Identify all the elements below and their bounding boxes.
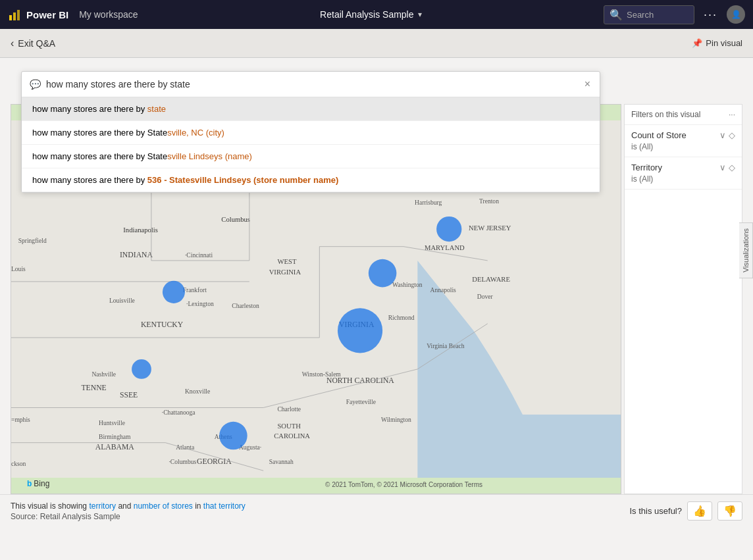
svg-text:Charlotte: Charlotte — [277, 405, 301, 413]
status-useful-area: Is this useful? 👍 👎 — [630, 501, 743, 521]
autocomplete-prefix-0: how many stores are there by — [32, 104, 147, 114]
status-text-part2: and — [116, 501, 134, 511]
svg-text:Nashville: Nashville — [91, 370, 116, 378]
filters-more-icon[interactable]: ··· — [729, 110, 735, 119]
svg-text:Annapolis: Annapolis — [430, 286, 456, 293]
svg-rect-2 — [17, 10, 20, 20]
report-title: Retail Analysis Sample — [320, 9, 413, 20]
visualizations-tab[interactable]: Visualizations — [739, 222, 753, 278]
report-title-chevron[interactable]: ▾ — [418, 10, 422, 19]
svg-text:ALABAMA: ALABAMA — [95, 443, 135, 451]
filter-item-count-store: Count of Store ∨ ◇ is (All) — [625, 125, 742, 157]
qa-input-row: 💬 × — [22, 72, 600, 97]
svg-text:CAROLINA: CAROLINA — [274, 432, 310, 440]
filter-count-store-chevron[interactable]: ∨ — [719, 130, 726, 140]
qa-search-input[interactable] — [46, 79, 578, 89]
svg-text:Wilmington: Wilmington — [381, 416, 411, 423]
status-that-link: that territory — [203, 501, 246, 511]
autocomplete-prefix-3: how many stores are there by — [32, 175, 147, 185]
svg-text:ckson: ckson — [11, 460, 26, 467]
filters-panel: Filters on this visual ··· Count of Stor… — [624, 104, 742, 494]
pin-visual-label: Pin visual — [706, 38, 742, 48]
svg-text:Dover: Dover — [477, 293, 494, 301]
autocomplete-item-1[interactable]: how many stores are there by Statesville… — [22, 121, 600, 145]
autocomplete-item-2[interactable]: how many stores are there by Statesville… — [22, 145, 600, 168]
more-options-button[interactable]: ··· — [700, 5, 721, 24]
filter-territory-clear[interactable]: ◇ — [729, 163, 735, 172]
svg-text:Charleston: Charleston — [232, 302, 259, 309]
svg-text:Birmingham: Birmingham — [99, 433, 131, 440]
qa-bar: ‹ Exit Q&A 📌 Pin visual — [0, 29, 753, 58]
svg-text:Trenton: Trenton — [479, 197, 499, 205]
top-navigation: Power BI My workspace Retail Analysis Sa… — [0, 0, 753, 29]
svg-text:Columbus: Columbus — [221, 216, 250, 223]
bubble-2 — [436, 216, 461, 242]
map-copyright: © 2021 TomTom, © 2021 Microsoft Corporat… — [325, 481, 482, 488]
thumbs-up-button[interactable]: 👍 — [687, 501, 712, 521]
bing-icon: b — [27, 479, 32, 488]
bing-logo: b Bing — [27, 479, 49, 488]
svg-text:·Lexington: ·Lexington — [186, 300, 214, 307]
autocomplete-item-3[interactable]: how many stores are there by 536 - State… — [22, 168, 600, 192]
svg-text:KENTUCKY: KENTUCKY — [141, 320, 184, 329]
thumbs-down-button[interactable]: 👎 — [717, 501, 742, 521]
svg-text:NEW JERSEY: NEW JERSEY — [469, 224, 511, 232]
filters-panel-header: Filters on this visual ··· — [625, 105, 742, 125]
filter-territory-sub: is (All) — [631, 174, 735, 184]
svg-text:Springfield: Springfield — [18, 237, 47, 244]
bubble-4 — [369, 259, 397, 288]
svg-text:MARYLAND: MARYLAND — [425, 244, 465, 251]
svg-text:Knoxville: Knoxville — [185, 388, 210, 395]
svg-text:Washington: Washington — [392, 281, 423, 288]
svg-rect-1 — [13, 13, 16, 20]
autocomplete-highlight-2: sville Lindseys (name) — [167, 151, 252, 161]
autocomplete-prefix-1: how many stores are there by State — [32, 128, 167, 138]
autocomplete-prefix-2: how many stores are there by State — [32, 151, 167, 161]
filter-territory-chevron[interactable]: ∨ — [719, 163, 726, 172]
filter-count-store-sub: is (All) — [631, 142, 735, 151]
filter-count-store-clear[interactable]: ◇ — [729, 130, 735, 140]
autocomplete-item-0[interactable]: how many stores are there by state — [22, 97, 600, 121]
svg-text:VIRGINIA: VIRGINIA — [269, 268, 301, 276]
svg-text:Savannah: Savannah — [269, 458, 294, 465]
svg-text:·Chattanooga: ·Chattanooga — [162, 409, 195, 416]
autocomplete-highlight-0: state — [147, 104, 166, 114]
global-search-box[interactable]: 🔍 — [604, 5, 694, 24]
svg-text:Fayetteville: Fayetteville — [346, 398, 376, 405]
bubble-7 — [219, 422, 247, 450]
status-territory-link: territory — [89, 501, 116, 511]
svg-text:Huntsville: Huntsville — [99, 419, 125, 426]
qa-right-actions: 📌 Pin visual — [692, 38, 742, 48]
svg-text:·Columbus: ·Columbus — [169, 458, 196, 465]
svg-rect-0 — [9, 15, 12, 20]
filter-count-store-header: Count of Store ∨ ◇ — [631, 130, 735, 140]
bubble-5 — [338, 308, 382, 353]
filter-item-territory: Territory ∨ ◇ is (All) — [625, 157, 742, 190]
user-avatar[interactable]: 👤 — [727, 5, 745, 24]
exit-qa-button[interactable]: ‹ Exit Q&A — [11, 38, 55, 49]
svg-text:Harrisburg: Harrisburg — [415, 199, 442, 206]
logo-text: Power BI — [26, 9, 68, 20]
filter-count-store-icons: ∨ ◇ — [719, 130, 735, 140]
filters-title: Filters on this visual — [631, 110, 700, 119]
svg-text:SOUTH: SOUTH — [277, 422, 301, 430]
svg-text:Virginia Beach: Virginia Beach — [427, 342, 465, 349]
status-text-part3: in — [193, 501, 203, 511]
qa-clear-button[interactable]: × — [583, 77, 592, 91]
svg-text:NORTH CAROLINA: NORTH CAROLINA — [326, 376, 394, 385]
qa-search-area: 💬 × how many stores are there by state h… — [0, 58, 621, 193]
useful-label: Is this useful? — [630, 506, 683, 516]
search-icon: 🔍 — [610, 9, 623, 21]
filter-territory-label: Territory — [631, 163, 662, 172]
pin-visual-button[interactable]: 📌 Pin visual — [692, 38, 742, 48]
svg-text:WEST: WEST — [277, 258, 296, 265]
svg-text:Richmond: Richmond — [388, 314, 415, 321]
bubble-6 — [132, 359, 151, 379]
svg-text:Louisville: Louisville — [109, 297, 135, 304]
global-search-input[interactable] — [627, 10, 688, 20]
pin-icon: 📌 — [692, 38, 702, 48]
svg-text:Atlanta: Atlanta — [176, 444, 195, 451]
svg-text:Winston-Salem: Winston-Salem — [302, 370, 342, 378]
workspace-label[interactable]: My workspace — [79, 9, 138, 20]
filter-territory-header: Territory ∨ ◇ — [631, 163, 735, 172]
